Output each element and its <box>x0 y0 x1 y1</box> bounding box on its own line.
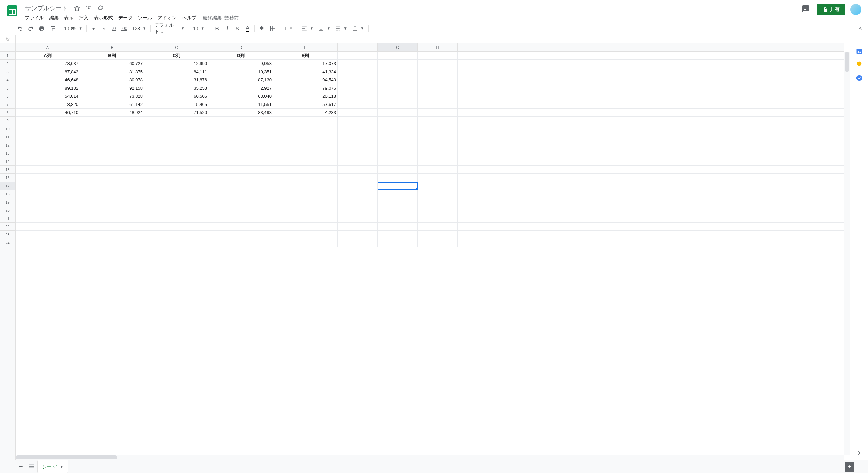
menu-view[interactable]: 表示 <box>62 14 76 22</box>
cell[interactable] <box>16 174 80 182</box>
cell[interactable] <box>80 149 144 157</box>
formula-input[interactable] <box>16 35 868 43</box>
text-rotation-dropdown[interactable]: ▼ <box>350 24 366 33</box>
number-format-dropdown[interactable]: 123▼ <box>130 24 148 33</box>
cell[interactable] <box>338 223 378 231</box>
sheet-tab-1[interactable]: シート1 ▼ <box>37 460 68 473</box>
row-header[interactable]: 22 <box>0 223 15 231</box>
cell[interactable] <box>80 174 144 182</box>
cell[interactable] <box>273 117 338 125</box>
side-panel-toggle[interactable] <box>856 450 863 457</box>
cell[interactable] <box>378 149 418 157</box>
spreadsheet-grid[interactable]: ABCDEFGH 1234567891011121314151617181920… <box>0 43 850 460</box>
cell[interactable] <box>273 149 338 157</box>
cell[interactable] <box>16 141 80 149</box>
cell[interactable] <box>378 133 418 141</box>
cell[interactable] <box>16 157 80 166</box>
cell[interactable] <box>418 190 458 198</box>
cell[interactable] <box>378 84 418 92</box>
cell[interactable]: 46,648 <box>16 76 80 84</box>
strikethrough-button[interactable]: S <box>233 24 242 33</box>
cell[interactable] <box>378 198 418 206</box>
cell[interactable] <box>338 109 378 117</box>
cell[interactable] <box>16 239 80 247</box>
cell[interactable] <box>144 133 209 141</box>
cell[interactable] <box>338 206 378 214</box>
cell[interactable] <box>144 174 209 182</box>
percent-button[interactable]: % <box>99 24 108 33</box>
cell[interactable] <box>378 190 418 198</box>
cell[interactable] <box>209 231 273 239</box>
cell[interactable] <box>338 76 378 84</box>
column-header[interactable]: D <box>209 43 273 51</box>
cell[interactable] <box>378 125 418 133</box>
cell[interactable]: 60,505 <box>144 92 209 100</box>
cell[interactable] <box>144 198 209 206</box>
cell[interactable] <box>209 149 273 157</box>
all-sheets-button[interactable] <box>26 460 37 473</box>
cell[interactable] <box>16 166 80 174</box>
cell[interactable] <box>209 182 273 190</box>
cell[interactable] <box>273 190 338 198</box>
cell[interactable] <box>418 206 458 214</box>
cell[interactable] <box>418 157 458 166</box>
cell[interactable] <box>378 231 418 239</box>
row-header[interactable]: 21 <box>0 214 15 223</box>
cell[interactable] <box>418 149 458 157</box>
comments-icon[interactable] <box>800 3 812 16</box>
cell[interactable] <box>80 125 144 133</box>
cell[interactable] <box>144 149 209 157</box>
cell[interactable] <box>418 60 458 68</box>
row-header[interactable]: 16 <box>0 174 15 182</box>
cell[interactable] <box>273 182 338 190</box>
menu-file[interactable]: ファイル <box>22 14 46 22</box>
cell[interactable] <box>144 239 209 247</box>
cell[interactable]: 92,158 <box>80 84 144 92</box>
cell[interactable] <box>80 117 144 125</box>
cell[interactable]: 60,727 <box>80 60 144 68</box>
cell[interactable]: 84,111 <box>144 68 209 76</box>
cell[interactable] <box>209 206 273 214</box>
row-header[interactable]: 24 <box>0 239 15 247</box>
cell[interactable] <box>418 214 458 223</box>
cell[interactable] <box>144 157 209 166</box>
cell[interactable] <box>338 60 378 68</box>
cell[interactable] <box>338 100 378 109</box>
cell[interactable] <box>378 68 418 76</box>
vertical-scrollbar[interactable] <box>844 52 850 455</box>
cell[interactable]: 87,130 <box>209 76 273 84</box>
row-header[interactable]: 10 <box>0 125 15 133</box>
add-sheet-button[interactable]: + <box>16 460 26 473</box>
column-header[interactable]: G <box>378 43 418 51</box>
font-size-dropdown[interactable]: 10▼ <box>191 24 208 33</box>
menu-tools[interactable]: ツール <box>136 14 155 22</box>
cell[interactable] <box>16 190 80 198</box>
cell[interactable] <box>80 182 144 190</box>
menu-data[interactable]: データ <box>116 14 135 22</box>
cell[interactable] <box>209 117 273 125</box>
cell[interactable]: 9,958 <box>209 60 273 68</box>
cell[interactable] <box>273 223 338 231</box>
cell[interactable] <box>378 52 418 60</box>
cell[interactable] <box>418 68 458 76</box>
cell[interactable] <box>273 141 338 149</box>
cell[interactable] <box>338 149 378 157</box>
cell[interactable]: 2,927 <box>209 84 273 92</box>
cell[interactable] <box>144 166 209 174</box>
zoom-dropdown[interactable]: 100%▼ <box>62 24 84 33</box>
horizontal-align-dropdown[interactable]: ▼ <box>299 24 315 33</box>
cell[interactable]: D列 <box>209 52 273 60</box>
cell[interactable] <box>338 125 378 133</box>
cell[interactable] <box>418 198 458 206</box>
cell[interactable] <box>16 198 80 206</box>
document-title[interactable]: サンプルシート <box>23 3 70 13</box>
cell[interactable] <box>16 206 80 214</box>
cell[interactable] <box>80 223 144 231</box>
cell[interactable] <box>418 141 458 149</box>
cell[interactable] <box>209 198 273 206</box>
cell[interactable] <box>144 141 209 149</box>
move-icon[interactable] <box>84 4 93 13</box>
cell[interactable]: 12,990 <box>144 60 209 68</box>
cell[interactable] <box>338 92 378 100</box>
fill-color-button[interactable] <box>257 24 267 33</box>
